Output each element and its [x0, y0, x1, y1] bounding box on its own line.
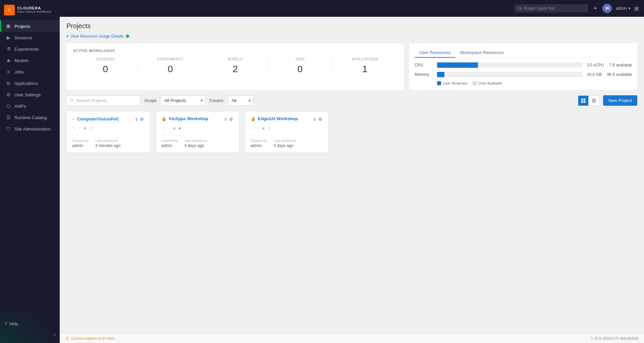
- sidebar-item-applications[interactable]: ⧉ Applications: [0, 78, 60, 89]
- grid-view-button[interactable]: [578, 96, 588, 106]
- workloads-stats: SESSIONS 0 EXPERIMENTS 0 MODELS 2 JOBS 0: [73, 57, 397, 75]
- project-footer-2: Created by admin Last worked on 5 days a…: [251, 135, 323, 148]
- sidebar-item-models[interactable]: ◈ Models: [0, 55, 60, 66]
- resource-panel: User Resources Workspace Resources CPU 3…: [409, 43, 637, 90]
- footer-created-label-0: Created by: [72, 139, 89, 143]
- meta-status-dot-1: ●: [178, 126, 181, 131]
- global-search-input[interactable]: [524, 6, 585, 11]
- project-info-button-1[interactable]: ℹ: [224, 116, 227, 122]
- project-info-button-0[interactable]: ℹ: [135, 116, 138, 122]
- sidebar-item-label-runtime-catalog: Runtime Catalog: [14, 115, 47, 120]
- resource-legend: User Reserved User Available: [415, 81, 632, 85]
- creator-select[interactable]: All admin: [228, 96, 253, 105]
- global-search-box[interactable]: [515, 4, 588, 12]
- scope-label: Scope: [144, 98, 157, 103]
- footer-worked-label-0: Last worked on: [95, 139, 120, 143]
- legend-dot-available: [473, 81, 477, 85]
- grid-view-icon: [581, 98, 586, 103]
- user-avatar[interactable]: W: [602, 4, 612, 13]
- app-switcher-icon[interactable]: ⊞: [634, 5, 639, 12]
- footer-created-value-0: admin: [72, 143, 89, 148]
- sidebar-item-user-settings[interactable]: ⚙ User Settings: [0, 89, 60, 100]
- scope-select-wrap[interactable]: All Projects My Projects Shared Projects: [161, 96, 205, 105]
- sidebar-item-label-jobs: Jobs: [14, 69, 23, 75]
- project-name-1[interactable]: VizApps Workshop: [169, 116, 208, 121]
- project-info-button-2[interactable]: ℹ: [313, 116, 316, 122]
- sidebar-item-experiments[interactable]: ⚗ Experiments: [0, 43, 60, 55]
- footer-created-value-1: admin: [161, 143, 178, 148]
- collapse-button[interactable]: «: [0, 329, 60, 340]
- sidebar-item-site-administration[interactable]: 🛡 Site Administration: [0, 123, 60, 135]
- sidebar-item-label-site-administration: Site Administration: [14, 127, 51, 132]
- stat-applications: APPLICATIONS 1: [333, 57, 397, 75]
- project-settings-button-0[interactable]: ⚙: [139, 116, 145, 122]
- footer-worked-0: Last worked on 4 minutes ago: [95, 139, 120, 148]
- project-settings-button-1[interactable]: ⚙: [228, 116, 234, 122]
- active-workloads-panel: Active Workloads SESSIONS 0 EXPERIMENTS …: [66, 43, 404, 90]
- memory-available: 96.9 available: [607, 72, 632, 77]
- sidebar-item-runtime-catalog[interactable]: ☰ Runtime Catalog: [0, 112, 60, 123]
- footer-created-1: Created by admin: [161, 139, 178, 148]
- footer-created-0: Created by admin: [72, 139, 89, 148]
- sidebar-item-label-sessions: Sessions: [14, 35, 32, 40]
- creator-select-wrap[interactable]: All admin: [228, 96, 253, 105]
- sidebar-item-amps[interactable]: ⬡ AMPs: [0, 100, 60, 112]
- sessions-label: SESSIONS: [76, 57, 134, 61]
- meta-collab-icon-2: ☻: [261, 126, 266, 131]
- project-footer-1: Created by admin Last worked on 5 days a…: [161, 135, 234, 148]
- jobs-icon: ≡: [6, 69, 11, 75]
- applications-value: 1: [336, 64, 394, 75]
- help-item[interactable]: ? Help: [0, 318, 60, 329]
- meta-collab-icon-0: ☻: [83, 126, 87, 131]
- sessions-icon: ▶: [6, 35, 11, 40]
- project-name-0[interactable]: ComputerVisionPoC: [77, 116, 119, 121]
- sidebar-item-sessions[interactable]: ▶ Sessions: [0, 32, 60, 43]
- search-projects-box[interactable]: [66, 96, 140, 105]
- tab-user-resources[interactable]: User Resources: [415, 48, 455, 58]
- scope-select[interactable]: All Projects My Projects Shared Projects: [161, 96, 205, 105]
- help-label: Help: [9, 321, 18, 326]
- project-settings-button-2[interactable]: ⚙: [318, 116, 323, 122]
- memory-bar: [437, 72, 444, 77]
- sidebar-item-projects[interactable]: ⊞ Projects: [0, 20, 60, 32]
- main-area: + W admin ▾ ⊞ Projects ▾ View Resource U…: [60, 0, 644, 343]
- resource-link-label: View Resource Usage Details: [70, 34, 124, 39]
- list-view-button[interactable]: [589, 96, 599, 106]
- legend-available-label: User Available: [478, 81, 502, 85]
- svg-point-0: [518, 7, 521, 10]
- memory-bar-container: [437, 72, 583, 77]
- page-title: Projects: [66, 22, 637, 30]
- bottom-bar: ⚠ License expires in 54 days 1.10.0.1936…: [60, 333, 644, 343]
- project-meta-icons-1: ☆ ⑂ ☻ ●: [161, 126, 234, 131]
- creator-label: Creator: [209, 98, 224, 103]
- new-project-button[interactable]: New Project: [603, 95, 637, 106]
- user-menu[interactable]: admin ▾: [616, 6, 630, 11]
- add-icon[interactable]: +: [592, 4, 599, 13]
- tab-workspace-resources[interactable]: Workspace Resources: [455, 48, 508, 58]
- project-card-vizapps-workshop: 🔒 VizApps Workshop ℹ ⚙ ☆ ⑂ ☻ ●: [156, 111, 239, 153]
- cpu-numbers: 3.0 vCPU: [587, 63, 604, 67]
- runtime-catalog-icon: ☰: [6, 115, 11, 120]
- search-projects-input[interactable]: [76, 98, 137, 103]
- svg-rect-7: [584, 101, 585, 102]
- project-card-computer-vision-poc: ○ ComputerVisionPoC ℹ ⚙ ☆ ⑂ ☻ ◻: [66, 111, 150, 153]
- sidebar-item-label-applications: Applications: [14, 81, 38, 86]
- footer-created-value-2: admin: [251, 143, 267, 148]
- projects-grid: ○ ComputerVisionPoC ℹ ⚙ ☆ ⑂ ☻ ◻: [66, 111, 637, 153]
- sidebar-item-jobs[interactable]: ≡ Jobs: [0, 66, 60, 78]
- footer-worked-label-2: Last worked on: [274, 139, 297, 143]
- project-name-2[interactable]: Edge2AI Workshop: [258, 116, 298, 121]
- project-meta-icons-2: ☆ ⑂ ☻ ◻: [251, 126, 323, 131]
- status-dot: [126, 35, 129, 38]
- svg-rect-10: [592, 102, 596, 102]
- stat-models: MODELS 2: [203, 57, 268, 75]
- topbar: + W admin ▾ ⊞: [60, 0, 644, 17]
- filter-bar: Scope All Projects My Projects Shared Pr…: [66, 95, 637, 106]
- meta-star-icon-1: ☆: [162, 126, 166, 131]
- memory-numbers: 10.0 GB: [587, 72, 602, 77]
- memory-label: Memory: [415, 72, 433, 77]
- resource-usage-link[interactable]: ▾ View Resource Usage Details: [66, 34, 637, 39]
- sidebar-item-label-experiments: Experiments: [14, 47, 39, 52]
- sessions-value: 0: [76, 64, 134, 75]
- sidebar: C CLOUDERA Data Science Workbench ⊞ Proj…: [0, 0, 60, 343]
